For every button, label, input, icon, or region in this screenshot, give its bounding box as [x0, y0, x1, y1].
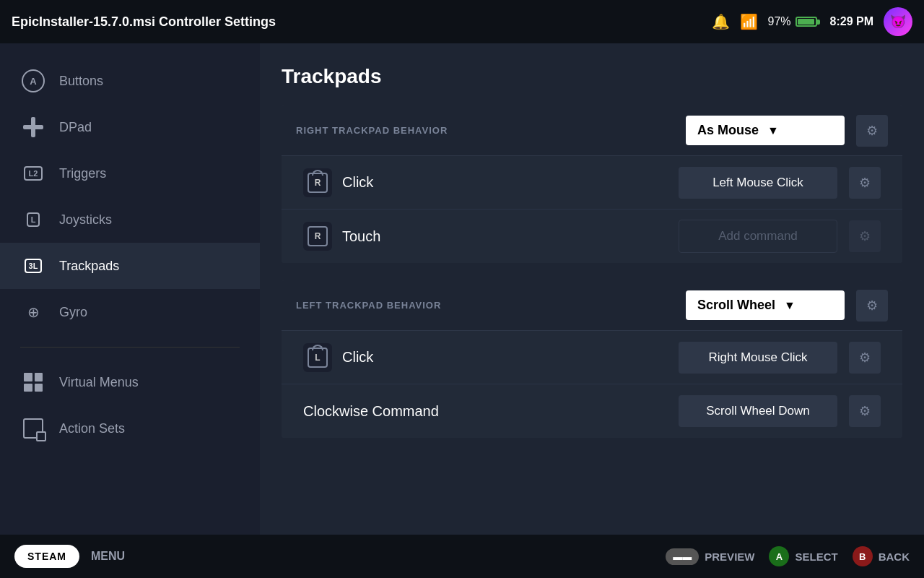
right-click-icon: R [303, 168, 332, 197]
bottombar: STEAM MENU ▬▬ PREVIEW A SELECT B BACK [0, 535, 924, 578]
b-badge: B [853, 546, 873, 566]
left-behavior-value: Scroll Wheel [697, 298, 775, 313]
sidebar-item-buttons[interactable]: A Buttons [0, 58, 260, 104]
bottom-actions: ▬▬ PREVIEW A SELECT B BACK [666, 546, 910, 566]
right-click-row: R Click Left Mouse Click ⚙ [282, 156, 902, 210]
left-click-left: L Click [303, 343, 667, 372]
section-gap [282, 266, 902, 280]
chevron-down-icon-left: ▼ [784, 299, 796, 312]
battery-pct: 97% [768, 15, 791, 28]
signal-icon: 📶 [740, 13, 758, 30]
sidebar-item-gyro[interactable]: ⊕ Gyro [0, 289, 260, 335]
right-click-label: Click [342, 174, 373, 191]
page-title: Trackpads [282, 65, 902, 88]
buttons-icon: A [20, 68, 46, 94]
sidebar-label-buttons: Buttons [59, 74, 103, 89]
bell-icon: 🔔 [712, 13, 730, 30]
right-touch-label: Touch [342, 228, 380, 245]
right-behavior-row: RIGHT TRACKPAD BEHAVIOR As Mouse ▼ ⚙ [282, 105, 902, 156]
a-badge: A [769, 546, 789, 566]
back-action: B BACK [853, 546, 910, 566]
sidebar-item-joysticks[interactable]: L Joysticks [0, 197, 260, 243]
sidebar-item-triggers[interactable]: L2 Triggers [0, 150, 260, 197]
left-behavior-label: LEFT TRACKPAD BEHAVIOR [296, 300, 674, 311]
trackpads-icon: 3L [20, 253, 46, 279]
right-touch-action[interactable]: Add command [679, 220, 837, 253]
sidebar-label-action-sets: Action Sets [59, 421, 125, 436]
battery-bar [796, 17, 817, 27]
avatar: 😈 [884, 7, 912, 36]
left-behavior-dropdown[interactable]: Scroll Wheel ▼ [686, 290, 845, 320]
right-touch-row: R Touch Add command ⚙ [282, 210, 902, 263]
sidebar-item-dpad[interactable]: DPad [0, 104, 260, 150]
triggers-icon: L2 [20, 160, 46, 186]
sidebar-label-triggers: Triggers [59, 166, 106, 181]
steam-button[interactable]: STEAM [14, 545, 79, 568]
menu-label: MENU [91, 550, 125, 563]
virtual-menus-icon [20, 369, 46, 395]
left-click-action[interactable]: Right Mouse Click [679, 342, 837, 374]
topbar: EpicInstaller-15.7.0.msi Controller Sett… [0, 0, 924, 43]
select-action: A SELECT [769, 546, 837, 566]
clockwise-label: Clockwise Command [303, 403, 439, 420]
right-touch-icon: R [303, 222, 332, 251]
dpad-icon [20, 114, 46, 140]
right-behavior-gear-button[interactable]: ⚙ [856, 115, 888, 147]
battery-nub [817, 20, 820, 25]
left-click-row: L Click Right Mouse Click ⚙ [282, 331, 902, 384]
sidebar-label-virtual-menus: Virtual Menus [59, 375, 139, 390]
content-area: Trackpads RIGHT TRACKPAD BEHAVIOR As Mou… [260, 43, 924, 535]
clockwise-row: Clockwise Command Scroll Wheel Down ⚙ [282, 384, 902, 438]
right-touch-left: R Touch [303, 222, 667, 251]
clockwise-left: Clockwise Command [303, 403, 667, 420]
left-click-icon: L [303, 343, 332, 372]
clockwise-action[interactable]: Scroll Wheel Down [679, 395, 837, 427]
right-behavior-value: As Mouse [697, 123, 759, 138]
right-click-left: R Click [303, 168, 667, 197]
gyro-icon: ⊕ [20, 299, 46, 325]
select-label: SELECT [795, 551, 837, 563]
left-click-label: Click [342, 349, 373, 366]
clock: 8:29 PM [830, 15, 873, 28]
action-sets-icon [20, 415, 46, 441]
preview-action: ▬▬ PREVIEW [666, 548, 754, 565]
preview-label: PREVIEW [705, 551, 754, 563]
sidebar-item-virtual-menus[interactable]: Virtual Menus [0, 359, 260, 405]
joysticks-icon: L [20, 207, 46, 233]
bottom-left: STEAM MENU [14, 545, 125, 568]
sidebar-label-dpad: DPad [59, 120, 92, 135]
sidebar-divider [20, 347, 240, 348]
right-trackpad-section: RIGHT TRACKPAD BEHAVIOR As Mouse ▼ ⚙ R [282, 105, 902, 263]
battery-indicator: 97% [768, 15, 820, 28]
right-behavior-label: RIGHT TRACKPAD BEHAVIOR [296, 125, 674, 136]
sidebar-label-gyro: Gyro [59, 305, 87, 320]
left-behavior-gear-button[interactable]: ⚙ [856, 290, 888, 322]
left-behavior-row: LEFT TRACKPAD BEHAVIOR Scroll Wheel ▼ ⚙ [282, 280, 902, 331]
sidebar-label-trackpads: Trackpads [59, 259, 119, 274]
right-touch-gear-button[interactable]: ⚙ [849, 220, 881, 252]
sidebar-item-action-sets[interactable]: Action Sets [0, 405, 260, 452]
back-label: BACK [879, 551, 910, 563]
preview-badge: ▬▬ [666, 548, 699, 565]
topbar-right: 🔔 📶 97% 8:29 PM 😈 [712, 7, 913, 36]
right-behavior-dropdown[interactable]: As Mouse ▼ [686, 116, 845, 145]
clockwise-gear-button[interactable]: ⚙ [849, 395, 881, 427]
sidebar-label-joysticks: Joysticks [59, 212, 112, 228]
left-click-gear-button[interactable]: ⚙ [849, 342, 881, 374]
sidebar: A Buttons DPad L2 Triggers L Joysticks 3… [0, 43, 260, 535]
right-click-gear-button[interactable]: ⚙ [849, 167, 881, 199]
chevron-down-icon: ▼ [767, 124, 779, 137]
topbar-title: EpicInstaller-15.7.0.msi Controller Sett… [12, 14, 276, 30]
right-click-action[interactable]: Left Mouse Click [679, 167, 837, 199]
sidebar-item-trackpads[interactable]: 3L Trackpads [0, 243, 260, 289]
main-layout: A Buttons DPad L2 Triggers L Joysticks 3… [0, 43, 924, 535]
left-trackpad-section: LEFT TRACKPAD BEHAVIOR Scroll Wheel ▼ ⚙ … [282, 280, 902, 438]
